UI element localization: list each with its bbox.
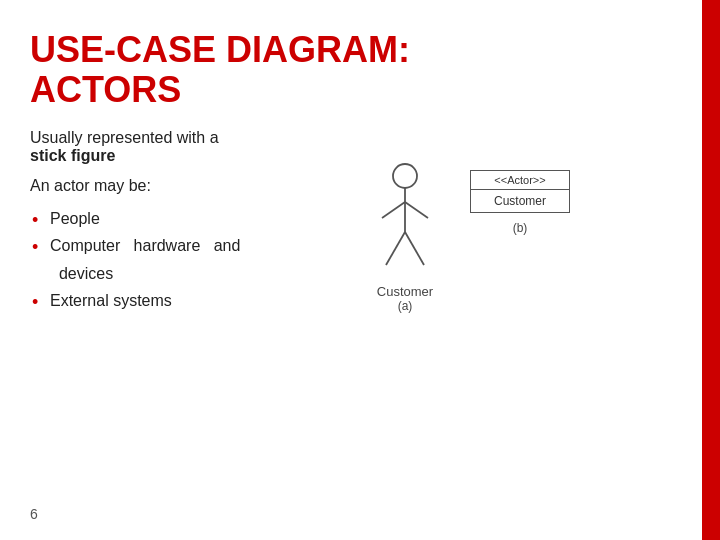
figure-a-label: Customer: [377, 284, 433, 299]
intro-line1: Usually represented with a: [30, 129, 219, 146]
svg-line-2: [382, 202, 405, 218]
svg-line-4: [386, 232, 405, 265]
stick-figure: [370, 160, 440, 280]
figure-a-sublabel: (a): [398, 299, 413, 313]
diagram-area: Customer (a) <<Actor>> Customer (b): [370, 160, 690, 313]
figure-b-sublabel: (b): [513, 221, 528, 235]
svg-point-0: [393, 164, 417, 188]
red-bar: [702, 0, 720, 540]
figure-a: Customer (a): [370, 160, 440, 313]
title-line2: ACTORS: [30, 70, 662, 110]
actor-box: <<Actor>> Customer: [470, 170, 570, 213]
intro-line2: stick figure: [30, 147, 115, 164]
figure-b: <<Actor>> Customer (b): [470, 170, 570, 235]
slide-title: USE-CASE DIAGRAM: ACTORS: [30, 30, 662, 109]
title-line1: USE-CASE DIAGRAM:: [30, 30, 662, 70]
actor-box-bottom: Customer: [471, 190, 569, 212]
svg-line-3: [405, 202, 428, 218]
actor-box-top: <<Actor>>: [471, 171, 569, 190]
page-number: 6: [30, 506, 38, 522]
svg-line-5: [405, 232, 424, 265]
